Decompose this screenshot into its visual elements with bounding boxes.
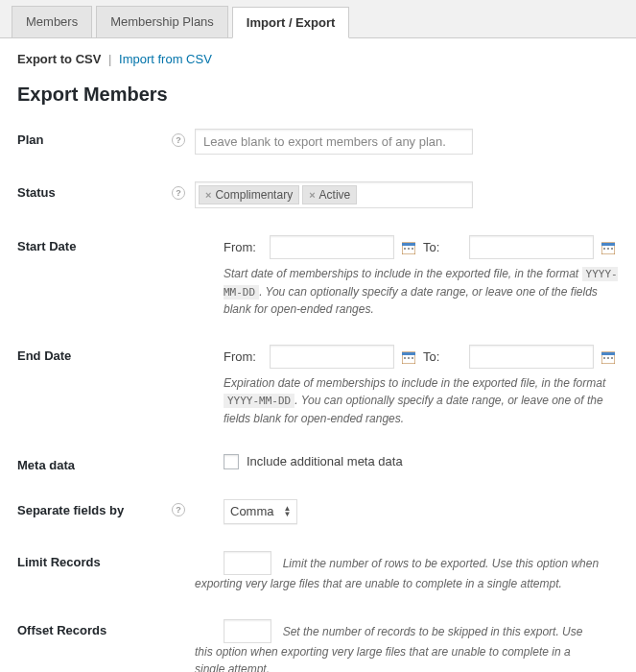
svg-rect-2 [404, 248, 406, 250]
tab-members[interactable]: Members [12, 6, 92, 37]
help-icon[interactable]: ? [172, 503, 185, 516]
calendar-icon[interactable] [402, 241, 415, 254]
remove-tag-icon[interactable]: × [309, 189, 315, 201]
svg-rect-13 [408, 357, 410, 359]
tag-label: Complimentary [215, 188, 293, 202]
svg-rect-18 [607, 357, 609, 359]
tab-import-export[interactable]: Import / Export [232, 7, 349, 38]
subnav: Export to CSV | Import from CSV [17, 52, 619, 66]
start-date-from-input[interactable] [270, 235, 394, 259]
tab-plans[interactable]: Membership Plans [96, 6, 228, 37]
row-end-date: End Date From: To: Expiration date of me… [17, 345, 619, 427]
svg-rect-17 [603, 357, 605, 359]
svg-rect-16 [601, 352, 615, 355]
from-label: From: [224, 349, 262, 364]
row-offset: Offset Records Set the number of records… [17, 619, 619, 673]
svg-rect-14 [412, 357, 413, 359]
row-limit: Limit Records Limit the number of rows t… [17, 551, 619, 592]
svg-rect-3 [408, 248, 410, 250]
remove-tag-icon[interactable]: × [205, 189, 211, 201]
label-end-date: End Date [17, 348, 71, 363]
subnav-import[interactable]: Import from CSV [119, 52, 212, 66]
calendar-icon[interactable] [402, 350, 415, 364]
start-date-help: Start date of memberships to include in … [224, 265, 619, 318]
content-panel: Export to CSV | Import from CSV Export M… [0, 38, 636, 672]
tab-bar: Members Membership Plans Import / Export [0, 0, 636, 38]
label-offset: Offset Records [17, 623, 106, 637]
separator-select[interactable]: Comma ▲▼ [224, 499, 297, 524]
svg-rect-6 [601, 243, 615, 246]
svg-rect-19 [611, 357, 613, 359]
status-input[interactable]: × Complimentary × Active [195, 181, 473, 208]
svg-rect-4 [412, 248, 413, 250]
chevron-updown-icon: ▲▼ [284, 506, 292, 517]
row-start-date: Start Date From: To: Start date of membe… [17, 235, 619, 318]
label-start-date: Start Date [17, 239, 76, 253]
row-meta: Meta data Include additional meta data [17, 454, 619, 472]
row-separator: Separate fields by ? Comma ▲▼ [17, 499, 619, 524]
subnav-sep: | [108, 52, 111, 66]
page-heading: Export Members [17, 84, 619, 106]
svg-rect-9 [611, 248, 613, 250]
label-meta: Meta data [17, 458, 75, 472]
label-limit: Limit Records [17, 555, 101, 569]
offset-input[interactable] [224, 619, 271, 643]
subnav-export[interactable]: Export to CSV [17, 52, 101, 66]
label-status: Status [17, 185, 56, 200]
status-tag: × Complimentary [199, 185, 299, 204]
svg-rect-12 [404, 357, 406, 359]
svg-rect-7 [603, 248, 605, 250]
calendar-icon[interactable] [601, 241, 615, 254]
from-label: From: [224, 240, 262, 254]
row-plan: Plan ? [17, 129, 619, 155]
calendar-icon[interactable] [601, 350, 615, 364]
status-tag: × Active [302, 185, 357, 204]
svg-rect-11 [402, 352, 415, 355]
to-label: To: [423, 240, 461, 254]
to-label: To: [423, 349, 461, 364]
plan-input[interactable] [195, 129, 473, 155]
help-icon[interactable]: ? [172, 133, 185, 147]
end-date-to-input[interactable] [469, 345, 594, 369]
end-date-help: Expiration date of memberships to includ… [224, 374, 619, 427]
end-date-from-input[interactable] [270, 345, 394, 369]
tag-label: Active [319, 188, 351, 202]
help-icon[interactable]: ? [172, 186, 185, 200]
svg-rect-8 [607, 248, 609, 250]
meta-checkbox-label: Include additional meta data [247, 454, 403, 468]
limit-input[interactable] [224, 551, 271, 575]
label-plan: Plan [17, 132, 43, 147]
meta-checkbox[interactable] [224, 454, 239, 469]
label-separator: Separate fields by [17, 503, 124, 517]
svg-rect-1 [402, 243, 415, 246]
separator-value: Comma [230, 504, 274, 518]
row-status: Status ? × Complimentary × Active [17, 181, 619, 208]
start-date-to-input[interactable] [469, 235, 594, 259]
